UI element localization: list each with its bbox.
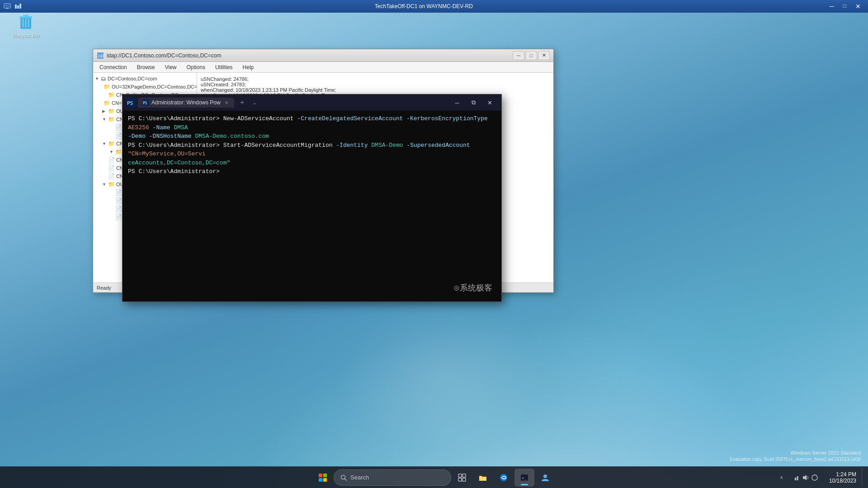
recycle-bin-icon [17,13,35,31]
clock-date: 10/18/2023 [829,478,856,484]
ps-minimize-btn[interactable]: ─ [449,94,465,111]
ps-tab-chevron[interactable]: ⌄ [250,99,259,107]
ps-terminal-content[interactable]: PS C:\Users\Administrator> New-ADService… [123,111,501,301]
rdp-minimize-btn[interactable]: ─ [826,3,838,10]
system-tray-overflow[interactable]: ∧ [775,469,788,487]
terminal-icon: >_ [520,474,528,482]
taskbar-right: ∧ 1:24 PM 10/18/2023 [775,469,864,487]
ldap-maximize-btn[interactable]: □ [525,51,537,60]
svg-rect-22 [323,478,327,482]
ps-command-line-1: PS C:\Users\Administrator> New-ADService… [128,114,496,132]
terminal-button[interactable]: >_ [514,469,534,487]
edge-icon [500,474,508,482]
volume-icon [802,474,809,481]
svg-rect-28 [462,478,466,481]
ps-command-line-2: PS C:\Users\Administrator> Start-ADServi… [128,141,496,159]
ldap-menubar: Connection Browse View Options Utilities… [93,62,553,73]
search-icon [340,474,347,481]
edge-button[interactable] [494,469,514,487]
ldap-close-btn[interactable]: ✕ [538,51,550,60]
start-button[interactable] [313,469,333,487]
rdp-maximize-btn[interactable]: □ [840,3,850,10]
svg-rect-2 [23,15,28,17]
svg-text:PS: PS [143,101,147,105]
detail-line: whenChanged: 10/18/2023 1:23:13 PM Pacif… [201,87,550,93]
file-explorer-icon [478,474,487,482]
ldap-minimize-btn[interactable]: ─ [513,51,524,60]
menu-connection[interactable]: Connection [95,63,132,71]
svg-text:PS: PS [127,100,133,106]
task-view-icon [458,474,466,482]
system-tray-icons[interactable] [789,472,822,483]
svg-text:>_: >_ [522,476,527,480]
powershell-window: PS PS Administrator: Windows Pow ✕ + ⌄ ─… [122,94,502,302]
ps-close-btn[interactable]: ✕ [481,94,498,111]
clock-time: 1:24 PM [836,471,856,478]
ps-tab-close-btn[interactable]: ✕ [223,100,230,106]
menu-help[interactable]: Help [238,63,259,71]
ldap-win-controls: ─ □ ✕ [513,51,550,60]
user-accounts-button[interactable] [535,469,555,487]
menu-browse[interactable]: Browse [132,63,160,71]
menu-utilities[interactable]: Utilities [211,63,237,71]
svg-rect-29 [479,477,486,481]
corner-line-1: Windows Server 2022 Standard [730,450,861,456]
detail-line: uSNChanged: 24786; [201,76,550,82]
recycle-bin[interactable]: Recycle Bin [9,9,42,42]
show-desktop-button[interactable] [862,469,864,487]
ldap-title-text: ldap://DC1.Contoso.com/DC=Contoso,DC=com [107,52,221,59]
tree-item[interactable]: 📁 OU=32KPageDemo,DC=Contoso,DC=com [95,83,195,91]
svg-point-33 [543,474,547,478]
watermark-text: ⊙系统极客 [453,282,492,293]
svg-rect-10 [15,5,17,9]
task-view-button[interactable] [452,469,472,487]
svg-rect-19 [319,474,322,477]
corner-line-2: Evaluation copy. Build 25976.rs_onecore_… [730,456,861,463]
ps-new-tab-btn[interactable]: + [237,97,248,108]
svg-marker-37 [803,475,807,480]
ps-tab[interactable]: PS Administrator: Windows Pow ✕ [138,98,234,108]
menu-view[interactable]: View [160,63,181,71]
svg-point-38 [812,475,817,480]
svg-rect-26 [462,474,466,477]
ps-restore-btn[interactable]: ⧉ [465,94,481,111]
rdp-title: TechTakeOff-DC1 on WAYNMC-DEV-RD [22,3,826,9]
ps-win-controls: ─ ⧉ ✕ [449,94,498,111]
svg-rect-21 [319,478,322,482]
svg-rect-11 [17,5,19,9]
svg-rect-25 [458,474,462,477]
ldap-titlebar: AD ldap://DC1.Contoso.com/DC=Contoso,DC=… [93,49,553,62]
menu-options[interactable]: Options [182,63,210,71]
search-text: Search [350,474,369,481]
taskbar: Search [0,466,868,488]
detail-line: uSNCreated: 24783; [201,82,550,87]
svg-text:AD: AD [98,54,104,58]
ps-tab-label: Administrator: Windows Pow [151,99,221,106]
windows-logo-icon [319,474,327,482]
ps-app-icon: PS [126,98,135,107]
ldap-status-text: Ready [97,285,111,291]
rdp-controls: ─ □ ✕ [826,3,864,10]
ps-tab-icon: PS [142,99,149,106]
clock[interactable]: 1:24 PM 10/18/2023 [824,470,860,485]
ps-command-line-1b: -Demo -DNSHostName DMSA-Demo.contoso.com [128,132,496,141]
user-icon [541,473,550,482]
svg-rect-12 [19,4,21,9]
recycle-bin-label: Recycle Bin [13,33,39,38]
svg-rect-20 [323,474,327,477]
svg-line-24 [345,479,347,480]
corner-info: Windows Server 2022 Standard Evaluation … [730,450,861,463]
ps-titlebar: PS PS Administrator: Windows Pow ✕ + ⌄ ─… [123,94,501,111]
file-explorer-button[interactable] [473,469,493,487]
search-bar[interactable]: Search [334,469,451,486]
rdp-close-btn[interactable]: ✕ [852,3,864,10]
tree-item[interactable]: ▼ 🗂 DC=Contoso,DC=com [95,75,195,83]
taskbar-center: Search [313,469,555,487]
network-icon [793,474,800,481]
ps-command-line-2b: ceAccounts,DC=Contoso,DC=com" [128,159,496,168]
rdp-titlebar: TechTakeOff-DC1 on WAYNMC-DEV-RD ─ □ ✕ [0,0,868,13]
watermark: ⊙系统极客 [453,282,492,293]
svg-rect-34 [795,478,796,480]
svg-rect-9 [5,5,9,7]
svg-rect-27 [458,478,462,481]
